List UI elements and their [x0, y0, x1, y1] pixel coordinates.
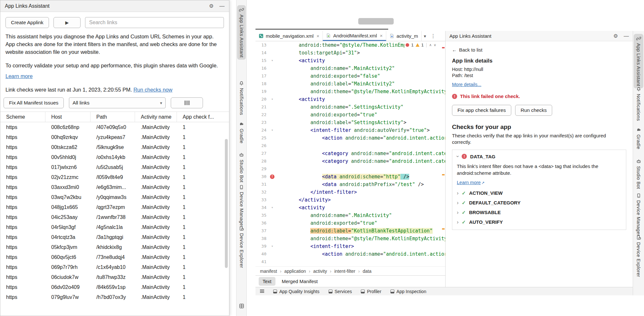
tool-strip-item[interactable]: Gradle — [634, 125, 643, 152]
editor-tab[interactable]: mobile_navigation.xml× — [255, 31, 323, 41]
code-line[interactable]: 37 android:label="KotlinBlankTestApplica… — [255, 227, 445, 235]
error-stripe[interactable] — [441, 41, 445, 266]
chevron-expanded-icon[interactable]: › — [455, 155, 460, 157]
table-row[interactable]: https06ciudok7w/tu87hwp33z.MainActivity1 — [0, 272, 229, 282]
table-row[interactable]: https04r5lqn3gf/4g5nalc1la.MainActivity1 — [0, 222, 229, 232]
code-line[interactable]: 27 <category android:name="android.inten… — [255, 150, 445, 157]
close-tab-icon[interactable]: × — [316, 33, 319, 39]
breadcrumb-item[interactable]: intent-filter — [334, 269, 355, 274]
editor-tab[interactable]: AndroidManifest.xml× — [323, 31, 386, 41]
tool-strip-item[interactable]: Device Manager — [237, 183, 246, 230]
column-header[interactable]: Activity name — [135, 112, 177, 122]
tool-strip-item[interactable]: Gradle — [237, 119, 246, 146]
editor-tab[interactable]: activity_m — [386, 31, 422, 41]
table-row[interactable]: https06dv02o409/84k659v1sp.MainActivity1 — [0, 282, 229, 292]
check-item-passed[interactable]: ›✓BROWSABLE — [457, 210, 621, 215]
code-line[interactable]: 30! <data android:scheme="http" /> — [255, 173, 445, 181]
code-line[interactable]: 19 android:theme="@style/Theme.KotlinEmp… — [255, 88, 445, 95]
breadcrumb-item[interactable]: data — [363, 269, 371, 274]
back-to-list-link[interactable]: ← Back to list — [452, 47, 483, 53]
code-line[interactable]: 21 android:name=".SettingsActivity" — [255, 103, 445, 111]
code-line[interactable]: 36 android:exported="true" — [255, 219, 445, 227]
code-line[interactable]: 28 <category android:name="android.inten… — [255, 157, 445, 165]
create-applink-button[interactable]: Create Applink — [5, 17, 49, 28]
tool-strip-item[interactable]: Notifications — [237, 79, 246, 117]
table-row[interactable]: https03wq7w2kbu/y0qqimaw3s.MainActivity1 — [0, 192, 229, 202]
table-row[interactable]: https04rtcqtz3a/3a1hgptqgi.MainActivity1 — [0, 232, 229, 242]
links-filter-dropdown[interactable]: All links ▾ — [69, 97, 166, 108]
tool-strip-item[interactable]: Notifications — [634, 84, 643, 123]
chevron-collapsed-icon[interactable]: › — [457, 210, 458, 215]
tool-window-button[interactable]: App Quality Insights — [273, 289, 320, 294]
table-row[interactable]: https02jv21zzmc/l059v8t4e9.MainActivity1 — [0, 172, 229, 182]
code-line[interactable]: 35 android:name=".MainActivity" — [255, 212, 445, 219]
warning-stripe-mark[interactable] — [442, 228, 445, 230]
table-row[interactable]: https048jg1x665/qgrt37ezpm.MainActivity1 — [0, 202, 229, 212]
view-tab[interactable]: Merged Manifest — [278, 277, 322, 286]
column-header[interactable]: Host — [45, 112, 91, 122]
code-line[interactable]: 20▾ <activity — [255, 95, 445, 103]
window-titlebar[interactable]: App Links Assistant ⚙ — — [0, 0, 229, 12]
tool-strip-item[interactable]: Studio Bot — [634, 157, 643, 191]
search-links-input[interactable] — [85, 17, 224, 28]
table-scrollbar[interactable] — [225, 139, 228, 268]
code-line[interactable]: 25 <action android:name="android.intent.… — [255, 134, 445, 142]
code-line[interactable]: 16 android:name=".MainActivity2" — [255, 64, 445, 72]
table-row[interactable]: https00v5hhld0j/o0xhs14ykb.MainActivity1 — [0, 152, 229, 162]
check-learn-more-link[interactable]: Learn more↗ — [457, 180, 485, 185]
code-line[interactable]: 15▾ <activity — [255, 57, 445, 64]
hidden-tabs-chevron-icon[interactable]: ▾ — [422, 31, 428, 41]
minimize-icon[interactable]: — — [219, 3, 225, 9]
table-row[interactable]: https008c6z68np/407e09q5x0.MainActivity1 — [0, 122, 229, 132]
code-line[interactable]: 31 <data android:pathPrefix="/test" /> — [255, 181, 445, 188]
tool-strip-item[interactable]: Device Explorer — [237, 224, 246, 270]
column-header[interactable]: App check f... — [177, 112, 229, 122]
chevron-collapsed-icon[interactable]: › — [457, 220, 458, 225]
run-link-check-button[interactable]: ▶ — [53, 17, 81, 28]
learn-more-link[interactable]: Learn more — [5, 73, 229, 79]
fix-all-manifest-issues-button[interactable]: Fix All Manifest Issues — [4, 97, 64, 108]
breadcrumb-item[interactable]: manifest — [260, 269, 277, 274]
tool-strip-item[interactable]: App Links Assistant — [237, 5, 246, 60]
tool-window-button[interactable]: Services — [329, 289, 352, 294]
chevron-collapsed-icon[interactable]: › — [457, 191, 458, 196]
table-row[interactable]: https05kfcp3jvm/khidckix8g.MainActivity1 — [0, 242, 229, 252]
more-details-link[interactable]: More details... — [452, 82, 481, 87]
table-row[interactable]: https069p7r79rh/c1x64yab10.MainActivity1 — [0, 262, 229, 272]
code-line[interactable]: 18 android:label="MainActivity2" — [255, 80, 445, 88]
fix-app-check-failures-button[interactable]: Fix app check failures — [452, 105, 511, 116]
inspections-widget[interactable]: 1 1 ∧ ∨ — [404, 42, 437, 48]
code-line[interactable]: 38 android:theme="@style/Theme.KotlinEmp… — [255, 235, 445, 242]
column-header[interactable]: Scheme — [0, 112, 45, 122]
column-settings-button[interactable] — [171, 97, 203, 108]
breadcrumb-item[interactable]: application — [284, 269, 306, 274]
code-line[interactable]: 22 android:exported="true" — [255, 111, 445, 119]
code-line[interactable]: 40 <action android:name="android.intent.… — [255, 250, 445, 258]
panel-header[interactable]: App Links Assistant ⚙ — — [446, 31, 633, 41]
check-item-passed[interactable]: ›✓DEFAULT_CATEGORY — [457, 200, 621, 206]
code-line[interactable]: 29 — [255, 165, 445, 173]
view-tab[interactable]: Text — [259, 277, 275, 286]
table-row[interactable]: https079g9luv7w/h7bd07ox3y.MainActivity1 — [0, 292, 229, 302]
code-line[interactable]: 39▾ <intent-filter> — [255, 242, 445, 250]
table-row[interactable]: https017jwlxzn6/u5t2usab5j.MainActivity1 — [0, 162, 229, 172]
code-editor[interactable]: 13 android:theme="@style/Theme.KotlinEmp… — [255, 41, 445, 266]
code-line[interactable]: 26 — [255, 142, 445, 150]
run-checks-button[interactable]: Run checks — [515, 105, 552, 116]
table-row[interactable]: https00tskcza62/5lknugk9se.MainActivity1 — [0, 142, 229, 152]
check-item-passed[interactable]: ›✓ACTION_VIEW — [457, 190, 621, 196]
close-tab-icon[interactable]: × — [380, 33, 383, 38]
code-line[interactable]: 17 android:exported="false" — [255, 72, 445, 80]
tab-options-kebab-icon[interactable]: ⋮ — [428, 31, 438, 41]
table-row[interactable]: https00hq9zrkqv/yzu4kpeas7.MainActivity1 — [0, 132, 229, 142]
code-line[interactable]: 41 — [255, 258, 445, 266]
column-header[interactable]: Path — [91, 112, 135, 122]
previous-issue-icon[interactable]: ∧ — [429, 43, 432, 47]
gear-icon[interactable]: ⚙ — [209, 3, 214, 9]
next-issue-icon[interactable]: ∨ — [434, 43, 436, 47]
tool-window-button[interactable]: Profiler — [361, 289, 381, 294]
check-item-passed[interactable]: ›✓AUTO_VERIFY — [457, 219, 621, 225]
gear-icon[interactable]: ⚙ — [613, 33, 618, 39]
code-line[interactable]: 24▾ <intent-filter android:autoVerify="t… — [255, 126, 445, 134]
table-row[interactable]: https060qv5jct6/73ne8udqj4.MainActivity1 — [0, 252, 229, 262]
